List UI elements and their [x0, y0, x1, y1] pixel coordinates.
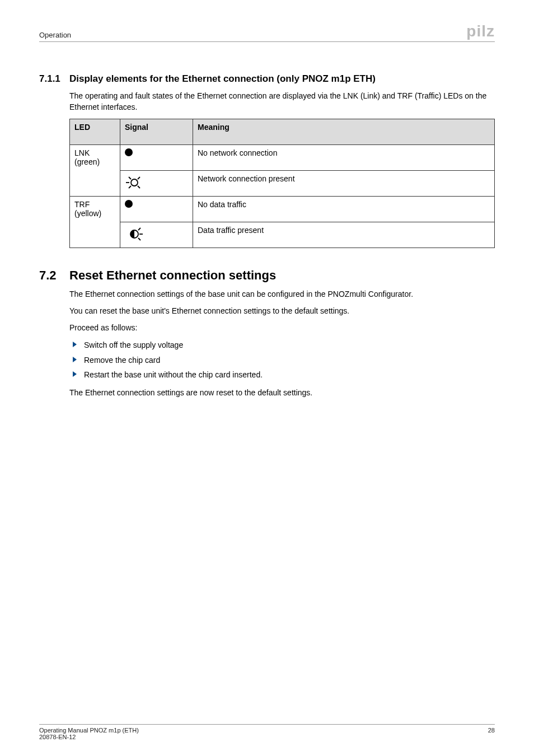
- list-item: Switch off the supply voltage: [69, 339, 495, 351]
- list-item: Remove the chip card: [69, 354, 495, 366]
- table-row: Network connection present: [70, 170, 495, 196]
- cell-meaning: Network connection present: [193, 170, 495, 196]
- led-table: LED Signal Meaning LNK (green) No networ…: [69, 119, 495, 248]
- footer-doc-id: 20878-EN-12: [39, 734, 139, 740]
- intro-paragraph: The operating and fault states of the Et…: [69, 90, 495, 113]
- svg-line-2: [138, 177, 140, 179]
- list-item: Restart the base unit without the chip c…: [69, 368, 495, 381]
- led-on-icon: [125, 200, 133, 208]
- svg-line-1: [129, 177, 131, 179]
- svg-line-4: [138, 186, 140, 188]
- th-signal: Signal: [120, 119, 193, 144]
- cell-signal: [120, 144, 193, 170]
- page-header: Operation pilz: [39, 21, 495, 42]
- procedure-list: Switch off the supply voltage Remove the…: [69, 339, 495, 381]
- page-number: 28: [488, 727, 495, 734]
- svg-line-3: [129, 186, 131, 188]
- cell-signal: [120, 170, 193, 196]
- section-number: 7.1.1: [39, 73, 69, 85]
- table-row: Data traffic present: [70, 222, 495, 248]
- led-on-rays-icon: [125, 174, 144, 193]
- cell-meaning: No data traffic: [193, 196, 495, 222]
- svg-line-7: [138, 228, 140, 230]
- table-row: TRF (yellow) No data traffic: [70, 196, 495, 222]
- led-half-rays-icon: [125, 226, 144, 244]
- page-footer: Operating Manual PNOZ m1p (ETH) 20878-EN…: [39, 724, 495, 740]
- running-head: Operation: [39, 31, 71, 39]
- section-number: 7.2: [39, 268, 69, 283]
- cell-signal: [120, 222, 193, 248]
- table-header-row: LED Signal Meaning: [70, 119, 495, 144]
- section-7-1-1-body: The operating and fault states of the Et…: [69, 90, 495, 248]
- table-row: LNK (green) No network connection: [70, 144, 495, 170]
- section-title: Reset Ethernet connection settings: [69, 268, 495, 283]
- cell-led: TRF (yellow): [70, 196, 120, 248]
- svg-point-0: [131, 179, 138, 186]
- cell-meaning: No network connection: [193, 144, 495, 170]
- paragraph: The Ethernet connection settings are now…: [69, 387, 495, 398]
- pilz-logo: pilz: [466, 22, 495, 40]
- cell-signal: [120, 196, 193, 222]
- cell-led: LNK (green): [70, 144, 120, 196]
- section-title: Display elements for the Ethernet connec…: [69, 73, 495, 85]
- svg-line-8: [138, 238, 140, 240]
- led-on-icon: [125, 148, 133, 156]
- th-led: LED: [70, 119, 120, 144]
- section-7-1-1-heading: 7.1.1 Display elements for the Ethernet …: [39, 73, 495, 85]
- footer-doc-title: Operating Manual PNOZ m1p (ETH): [39, 727, 139, 734]
- th-meaning: Meaning: [193, 119, 495, 144]
- section-7-2-heading: 7.2 Reset Ethernet connection settings: [39, 268, 495, 283]
- paragraph: The Ethernet connection settings of the …: [69, 288, 495, 300]
- section-7-2-body: The Ethernet connection settings of the …: [69, 288, 495, 398]
- paragraph: Proceed as follows:: [69, 322, 495, 333]
- cell-meaning: Data traffic present: [193, 222, 495, 248]
- paragraph: You can reset the base unit's Ethernet c…: [69, 305, 495, 316]
